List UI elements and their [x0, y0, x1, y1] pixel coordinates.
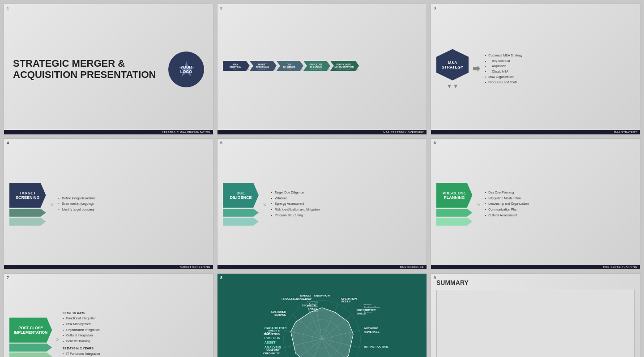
slide-number-9: 9 — [434, 275, 436, 280]
bullet-communication: Communication Plan — [485, 207, 529, 213]
svg-text:SKILLS: SKILLS — [341, 300, 350, 303]
bullet-day-one: Day One Planning — [485, 190, 529, 196]
svg-text:COMPANY: COMPANY — [266, 349, 280, 352]
target-chevron-stack: TARGETSCREENING — [9, 183, 46, 226]
bullet-classic: Classic M&A — [485, 69, 522, 74]
due-diligence-chevron-stack: DUEDILIGENCE — [223, 183, 259, 226]
due-diligence-chevron-light — [223, 218, 259, 226]
arrow-reflection: M&ASTRATEGY TARGETSCREENING DUEDILIGENCE… — [223, 67, 421, 71]
bullet-integration-master: Integration Master Plan — [485, 196, 529, 202]
slide9-title: SUMMARY — [436, 279, 635, 286]
slide5-footer: DUE DILIGENCE — [218, 265, 426, 269]
ma-strategy-hexagon: M&ASTRATEGY — [436, 49, 469, 81]
slide3-footer: M&A STRATEGY — [431, 130, 640, 134]
slide7-bullets-2: IT Functional Integration End-State Oper… — [63, 351, 208, 357]
due-diligence-chevron-main: DUEDILIGENCE — [223, 183, 259, 208]
double-arrow-icon: » — [51, 201, 54, 208]
due-diligence-chevron-mid — [223, 209, 259, 217]
slide1-title: STRATEGIC MERGER & ACQUISITION PRESENTAT… — [13, 58, 168, 80]
svg-text:OPERATION: OPERATION — [341, 297, 357, 300]
slide3-bullets: Corporate M&A Strategy Buy and Build Acq… — [485, 53, 522, 86]
slide7-right-panel: FIRST 90 DAYS Functional Integration Ris… — [63, 310, 208, 357]
bullet-leadership: Leadership and Organization — [485, 201, 529, 207]
bullet-corporate: Corporate M&A Strategy — [485, 53, 522, 59]
svg-text:KNOW-HOW: KNOW-HOW — [314, 294, 330, 297]
slide4-bullets: Define inorganic actions Scan market (on… — [58, 196, 95, 213]
slide8-content: CAPABILITIES AND POSITION ASSET ANALYSIS — [218, 274, 426, 357]
svg-text:• Customer: • Customer — [309, 308, 319, 310]
target-chevron-light — [9, 218, 46, 226]
slide-4: 4 TARGETSCREENING » Define inorganic act… — [4, 138, 213, 270]
bullet-org-integration: Organization Integration — [63, 327, 208, 333]
svg-text:NETWORK: NETWORK — [364, 327, 378, 330]
slide-number-7: 7 — [7, 275, 9, 280]
bullet-program: Program Structuring — [271, 213, 320, 219]
svg-text:• Technology: • Technology — [307, 301, 319, 303]
91-days-title: 91 DAYS to 2 YEARS — [63, 347, 208, 350]
bullet-risk-management: Risk Management — [63, 322, 208, 327]
slide-2: 2 M&ASTRATEGY TARGETSCREENING DUEDILIGEN… — [217, 4, 427, 135]
post-close-chevron-main: POST-CLOSEIMPLEMENTATION — [9, 318, 52, 343]
svg-marker-0 — [473, 65, 480, 72]
bullet-risk: Risk Identification and Mitigation — [271, 207, 320, 213]
bullet-define-inorganic: Define inorganic actions — [58, 196, 95, 202]
post-close-chevron-mid — [9, 344, 52, 352]
slide-number-6: 6 — [434, 141, 436, 145]
svg-text:INFRASTRUCTURE: INFRASTRUCTURE — [364, 345, 388, 348]
first-90-days-title: FIRST 90 DAYS — [63, 311, 208, 314]
svg-text:• Experience: • Experience — [307, 305, 319, 308]
bullet-organization: M&A Organization — [485, 74, 522, 80]
slide-3: 3 M&ASTRATEGY ▼▼ Corporate M&A Strategy … — [431, 4, 640, 135]
svg-text:COVERAGE: COVERAGE — [364, 331, 380, 333]
bullet-processes: Processes and Tools — [485, 80, 522, 86]
bullet-cultural: Cultural Assessment — [485, 213, 529, 219]
slide1-logo: ★ YOUR LOGO — [168, 52, 204, 87]
slides-grid: 1 STRATEGIC MERGER & ACQUISITION PRESENT… — [4, 4, 640, 357]
bullet-identify-target: Identify target company — [58, 207, 95, 213]
bullet-scan-market: Scan market (ongoing) — [58, 201, 95, 207]
bullet-functional-integration: Functional Integration — [63, 316, 208, 322]
slide-number-5: 5 — [220, 141, 222, 145]
svg-text:• Knowledge: • Knowledge — [307, 310, 318, 313]
slide3-content: M&ASTRATEGY ▼▼ Corporate M&A Strategy Bu… — [431, 4, 640, 134]
down-arrow-icon: ▼▼ — [446, 82, 459, 90]
svg-text:KNOW-HOW: KNOW-HOW — [296, 298, 311, 301]
svg-text:• Supply Chains: • Supply Chains — [363, 308, 376, 310]
post-close-chevron-stack: POST-CLOSEIMPLEMENTATION — [9, 318, 52, 357]
slide4-footer: TARGET SCREENING — [4, 265, 213, 269]
bullet-synergy: Synergy Assessment — [271, 201, 320, 207]
pre-close-chevron-stack: PRE-CLOSEPLANNING — [436, 183, 473, 226]
bullet-cultural-integration: Cultural Integration — [63, 333, 208, 339]
bullet-valuation: Valuation — [271, 196, 320, 202]
slide-number-2: 2 — [220, 6, 222, 10]
svg-text:• Systems: • Systems — [363, 311, 371, 313]
slide-6: 6 PRE-CLOSEPLANNING » Day One Planning I… — [431, 138, 640, 270]
slide9-content: SUMMARY — [431, 274, 640, 357]
double-arrow-icon-6: » — [477, 201, 481, 208]
svg-text:• Application: • Application — [308, 303, 319, 305]
svg-text:CUSTOMER: CUSTOMER — [271, 310, 286, 313]
pre-close-chevron-light — [436, 218, 473, 226]
svg-text:SERVICE: SERVICE — [274, 314, 286, 316]
slide-number-1: 1 — [7, 6, 9, 10]
slide6-bullets: Day One Planning Integration Master Plan… — [485, 190, 529, 218]
double-arrow-icon-7: » — [55, 335, 59, 343]
slide6-footer: PRE-CLOSE PLANNING — [431, 265, 640, 269]
svg-text:CREDIBILITY: CREDIBILITY — [263, 352, 280, 355]
slide-5: 5 DUEDILIGENCE » Target Due Diligence Va… — [217, 138, 427, 270]
target-chevron-mid — [9, 209, 46, 217]
svg-text:• Distribution Chains: • Distribution Chains — [363, 306, 380, 308]
slide-number-3: 3 — [434, 6, 436, 10]
slide2-footer: M&A STRATEGY OVERVIEW — [218, 130, 426, 134]
bullet-it-functional: IT Functional Integration — [63, 351, 208, 357]
slide4-content: TARGETSCREENING » Define inorganic actio… — [4, 139, 213, 269]
slide-1: 1 STRATEGIC MERGER & ACQUISITION PRESENT… — [4, 4, 213, 135]
pre-close-chevron-mid — [436, 209, 473, 217]
bullet-benefits-tracking: Benefits Tracking — [63, 339, 208, 344]
slide2-content: M&ASTRATEGY TARGETSCREENING DUEDILIGENCE… — [218, 4, 426, 134]
slide7-content: POST-CLOSEIMPLEMENTATION » FIRST 90 DAYS… — [4, 274, 213, 357]
slide-7: 7 POST-CLOSEIMPLEMENTATION » FIRST 90 DA… — [4, 273, 213, 357]
post-close-chevron-light — [9, 353, 52, 357]
logo-text: YOUR LOGO — [180, 65, 192, 74]
svg-text:POSITION: POSITION — [264, 336, 281, 340]
